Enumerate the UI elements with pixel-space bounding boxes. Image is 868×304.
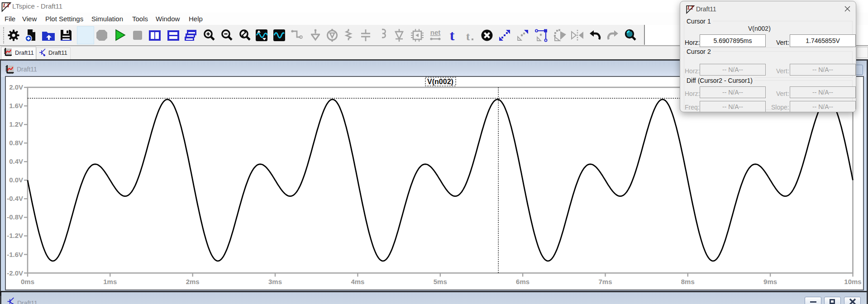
- svg-text:0.4V: 0.4V: [9, 157, 23, 165]
- svg-text:3ms: 3ms: [268, 278, 282, 285]
- svg-text:-1.2V: -1.2V: [7, 232, 23, 239]
- svg-text:4ms: 4ms: [351, 278, 364, 285]
- svg-text:9ms: 9ms: [763, 278, 777, 285]
- svg-text:LT: LT: [2, 2, 10, 9]
- svg-text:5ms: 5ms: [434, 278, 447, 285]
- svg-text:0ms: 0ms: [21, 278, 34, 285]
- svg-text:-2.0V: -2.0V: [7, 269, 23, 277]
- svg-text:-1.6V: -1.6V: [7, 251, 23, 258]
- svg-text:t: t: [466, 30, 470, 43]
- svg-text:0.0V: 0.0V: [9, 176, 23, 184]
- svg-text:t: t: [450, 28, 455, 43]
- svg-text:1.6V: 1.6V: [9, 102, 23, 109]
- svg-text:10ms: 10ms: [844, 278, 861, 285]
- svg-text:1.2V: 1.2V: [9, 120, 23, 128]
- svg-text:LT: LT: [687, 5, 694, 11]
- svg-text:2ms: 2ms: [186, 278, 200, 285]
- svg-text:6ms: 6ms: [516, 278, 529, 285]
- svg-text:net: net: [430, 28, 441, 36]
- svg-text:0.8V: 0.8V: [9, 139, 23, 147]
- svg-text:-0.4V: -0.4V: [7, 195, 23, 202]
- svg-text:7ms: 7ms: [598, 278, 612, 285]
- svg-text:8ms: 8ms: [681, 278, 695, 285]
- svg-text:V(n002): V(n002): [427, 78, 453, 86]
- svg-text:-0.8V: -0.8V: [7, 213, 23, 221]
- svg-text:2.0V: 2.0V: [9, 83, 23, 91]
- svg-text:1ms: 1ms: [103, 278, 117, 285]
